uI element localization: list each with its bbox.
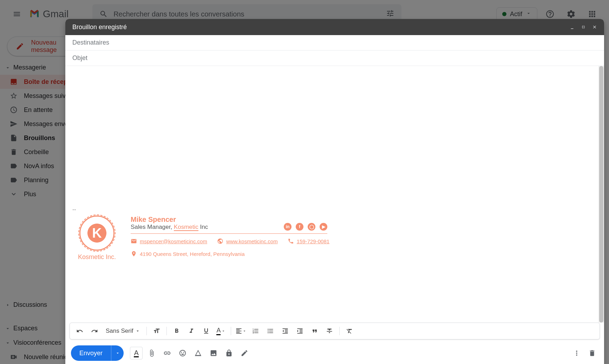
- recipients-field[interactable]: Destinataires: [65, 35, 604, 51]
- numbered-list-button[interactable]: [249, 325, 262, 337]
- underline-button[interactable]: [200, 325, 212, 337]
- signature-email: mspencer@kosmeticinc.com: [131, 238, 207, 244]
- compose-header: Brouillon enregistré: [65, 19, 604, 35]
- label-icon: [10, 176, 18, 184]
- search-input[interactable]: [113, 10, 380, 18]
- send-row: Envoyer A: [65, 342, 604, 364]
- signature-phone: 159-729-0081: [288, 238, 329, 244]
- signature-address: 4190 Queens Street, Hereford, Pennsylvan…: [131, 251, 597, 257]
- font-size-button[interactable]: [150, 325, 163, 337]
- search-options-icon[interactable]: [386, 9, 394, 19]
- link-button[interactable]: [161, 347, 173, 359]
- email-signature: K Kosmetic Inc. Mike Spencer Sales Manag…: [72, 216, 597, 261]
- minimize-icon[interactable]: [570, 25, 575, 29]
- subject-field[interactable]: Objet: [65, 51, 604, 66]
- strikethrough-button[interactable]: [323, 325, 336, 337]
- chevron-down-icon: [526, 11, 531, 18]
- globe-icon: [217, 238, 223, 244]
- signature-website: www.kosmeticinc.com: [217, 238, 278, 244]
- instagram-icon[interactable]: ◯: [308, 223, 315, 231]
- format-toggle-button[interactable]: A: [130, 347, 143, 359]
- chevron-down-icon: [10, 190, 18, 198]
- bold-button[interactable]: [170, 325, 183, 337]
- signature-socials: in f ◯ ▶: [284, 223, 327, 231]
- emoji-button[interactable]: [176, 347, 189, 359]
- drive-button[interactable]: [192, 347, 204, 359]
- bullet-list-button[interactable]: [264, 325, 277, 337]
- linkedin-icon[interactable]: in: [284, 223, 292, 231]
- indent-less-button[interactable]: [279, 325, 292, 337]
- confidential-button[interactable]: [223, 347, 235, 359]
- send-options-button[interactable]: [111, 345, 124, 361]
- draft-icon: [10, 134, 18, 142]
- discard-button[interactable]: [586, 347, 598, 359]
- font-select[interactable]: Sans Serif: [103, 327, 143, 335]
- signature-title: Sales Manager, Kosmetic Inc: [131, 224, 208, 231]
- youtube-icon[interactable]: ▶: [320, 223, 327, 231]
- fullscreen-exit-icon[interactable]: [581, 25, 586, 29]
- video-call-icon: [10, 353, 18, 361]
- gmail-logo[interactable]: Gmail: [28, 8, 68, 20]
- undo-button[interactable]: [73, 325, 86, 337]
- location-icon: [131, 251, 137, 257]
- signature-separator: --: [72, 206, 597, 213]
- phone-icon: [288, 238, 294, 244]
- inbox-icon: [10, 78, 18, 86]
- send-icon: [10, 120, 18, 128]
- status-text: Actif: [510, 11, 522, 18]
- star-icon: [10, 92, 18, 100]
- main-menu-button[interactable]: [8, 6, 25, 22]
- more-options-button[interactable]: [570, 347, 583, 359]
- text-color-button[interactable]: A: [215, 325, 227, 337]
- compose-title: Brouillon enregistré: [72, 24, 127, 31]
- signature-pen-button[interactable]: [238, 347, 251, 359]
- search-icon: [99, 10, 108, 18]
- clear-format-button[interactable]: [343, 325, 356, 337]
- clock-icon: [10, 106, 18, 114]
- send-button[interactable]: Envoyer: [71, 345, 124, 361]
- mail-icon: [131, 238, 137, 244]
- quote-button[interactable]: [308, 325, 321, 337]
- scrollbar[interactable]: [598, 66, 604, 323]
- image-button[interactable]: [207, 347, 220, 359]
- label-icon: [10, 162, 18, 170]
- status-dot-icon: [502, 12, 506, 16]
- facebook-icon[interactable]: f: [296, 223, 303, 231]
- trash-icon: [10, 148, 18, 156]
- align-button[interactable]: [235, 325, 247, 337]
- gmail-brand-text: Gmail: [43, 8, 68, 20]
- compose-body[interactable]: -- K Kosmetic Inc. Mike Spencer Sales Ma…: [65, 66, 604, 323]
- close-icon[interactable]: [592, 25, 597, 29]
- signature-logo: K Kosmetic Inc.: [72, 216, 122, 261]
- indent-more-button[interactable]: [294, 325, 306, 337]
- attach-button[interactable]: [145, 347, 158, 359]
- compose-dialog: Brouillon enregistré Destinataires Objet…: [65, 19, 604, 364]
- redo-button[interactable]: [88, 325, 101, 337]
- italic-button[interactable]: [185, 325, 198, 337]
- signature-name: Mike Spencer: [131, 216, 208, 224]
- format-toolbar: Sans Serif A: [70, 323, 600, 339]
